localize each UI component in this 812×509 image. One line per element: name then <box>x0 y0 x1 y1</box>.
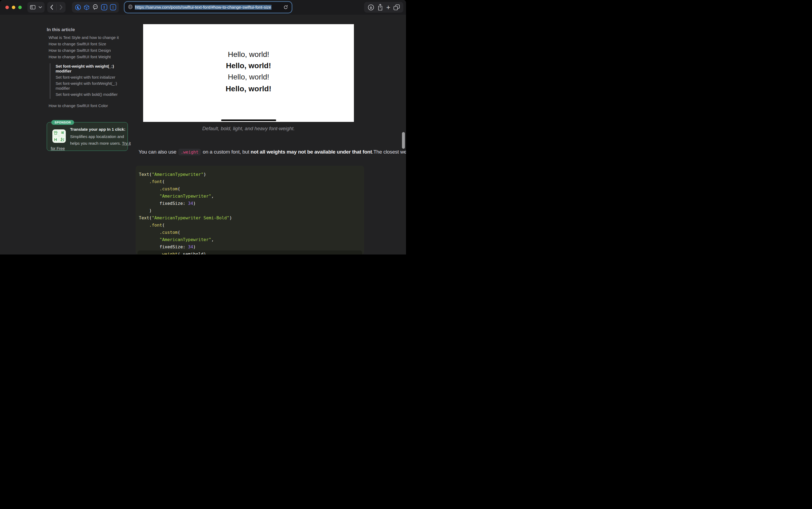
sponsor-text: Translate your app In 1 click: Simplifie… <box>70 127 125 146</box>
code-line: "AmericanTypewriter", <box>136 193 364 200</box>
zoom-window-button[interactable] <box>18 6 22 9</box>
article-paragraph: You can also use .weight on a custom fon… <box>139 148 385 156</box>
instapaper-bold-extension-icon[interactable]: I <box>101 4 107 10</box>
code-line: .custom( <box>136 229 364 236</box>
url-text[interactable]: https://sarunw.com/posts/swiftui-text-fo… <box>135 5 283 10</box>
minimize-window-button[interactable] <box>12 6 15 9</box>
code-line: .font( <box>136 178 364 185</box>
back-button[interactable] <box>50 5 53 10</box>
instapaper-light-extension-icon[interactable]: I <box>110 4 116 10</box>
toc-link[interactable]: How to change SwiftUI font Size <box>47 41 131 47</box>
code-line: Text("AmericanTypewriter Semi-Bold") <box>136 214 364 222</box>
translate-char: 안 <box>53 129 59 136</box>
sidebar-controls <box>27 2 44 12</box>
globe-icon <box>128 5 133 10</box>
toc-list: What is Text Style and how to change itH… <box>47 34 131 109</box>
toc-sub-list: Set font-weight with weight(_:) modifier… <box>50 63 131 99</box>
url-selected-text[interactable]: https://sarunw.com/posts/swiftui-text-fo… <box>135 5 271 10</box>
downloads-button[interactable] <box>368 4 374 11</box>
code-line: ) <box>136 207 364 214</box>
toc-link[interactable]: Set font-weight with fontWeight(_:) modi… <box>56 81 124 91</box>
code-line: fixedSize: 34) <box>136 243 364 250</box>
forward-button[interactable] <box>60 5 63 10</box>
inline-code: .weight <box>178 149 201 156</box>
toc-link[interactable]: How to change SwiftUI font Design <box>47 47 131 54</box>
scrollbar-thumb[interactable] <box>402 132 405 149</box>
dark-mode-extension-icon[interactable] <box>75 4 81 10</box>
sponsor-link[interactable]: for Free <box>51 146 65 151</box>
toc-link[interactable]: Set font-weight with weight(_:) modifier <box>56 64 124 74</box>
reload-icon[interactable] <box>283 5 288 10</box>
toc-link[interactable]: How to change SwiftUI font Weight <box>47 54 131 60</box>
sidebar-toggle-icon[interactable] <box>30 5 35 9</box>
code-line: .custom( <box>136 185 364 193</box>
home-indicator-bar <box>221 120 276 121</box>
sponsor-body-line: Simplifies app localization and <box>70 133 125 140</box>
hello-world-text-bold: Hello, world! <box>143 62 354 70</box>
swift-code-block: Text("AmericanTypewriter") .font( .custo… <box>136 166 364 254</box>
address-bar[interactable]: https://sarunw.com/posts/swiftui-text-fo… <box>125 2 292 12</box>
toc-heading: In this article <box>47 27 131 33</box>
code-line-highlighted: .weight(.semibold) <box>137 250 362 254</box>
extensions-group: I I <box>72 2 119 12</box>
translate-char: お <box>59 136 66 143</box>
toc-link[interactable]: What is Text Style and how to change it <box>47 34 131 41</box>
code-line: .font( <box>136 222 364 229</box>
svg-text:I: I <box>103 5 105 9</box>
tab-overview-button[interactable] <box>394 4 400 10</box>
navigation-controls <box>47 2 66 12</box>
browser-toolbar: I I https://sarunw.com/posts/swiftui-tex… <box>0 0 406 15</box>
paragraph-text: on a custom font, but <box>201 149 250 155</box>
svg-text:I: I <box>112 5 113 9</box>
toolbar-right-group: + <box>364 2 403 12</box>
toc-link[interactable]: Set font-weight with bold() modifier <box>56 92 124 97</box>
safari-window: I I https://sarunw.com/posts/swiftui-tex… <box>0 0 406 254</box>
paragraph-text: The closest weight will use as a fallbac… <box>373 149 406 155</box>
mastodon-extension-icon[interactable] <box>92 4 99 10</box>
sponsor-link[interactable]: Try it <box>122 141 131 145</box>
code-line: Text("AmericanTypewriter") <box>136 171 364 178</box>
table-of-contents: In this article What is Text Style and h… <box>47 27 131 109</box>
sponsor-badge: SPONSOR <box>51 120 74 125</box>
code-line: "AmericanTypewriter", <box>136 236 364 243</box>
bold-text: not all weights may not be available und… <box>250 149 372 155</box>
toc-link[interactable]: How to change SwiftUI font Color <box>47 103 131 109</box>
translate-char: अ <box>59 129 66 136</box>
close-window-button[interactable] <box>5 6 9 9</box>
toc-link[interactable]: Set font-weight with font initializer <box>56 75 124 80</box>
hello-world-text-light: Hello, world! <box>143 73 354 81</box>
cube-extension-icon[interactable] <box>83 4 90 10</box>
plus-icon: + <box>386 4 390 11</box>
font-weight-example-image: Hello, world!Hello, world!Hello, world!H… <box>143 24 354 122</box>
code-line: fixedSize: 34) <box>136 200 364 207</box>
share-button[interactable] <box>377 4 383 11</box>
sponsor-box: SPONSOR 안 अ H お Translate your app In 1 … <box>47 122 128 151</box>
sponsor-title: Translate your app In 1 click: <box>70 127 125 132</box>
image-caption: Default, bold, light, and heavy font-wei… <box>143 126 354 131</box>
hello-world-text-heavy: Hello, world! <box>143 85 354 93</box>
chevron-down-icon[interactable] <box>39 6 42 8</box>
translate-app-icon: 안 अ H お <box>53 129 66 143</box>
hello-world-text-regular: Hello, world! <box>143 50 354 59</box>
translate-char: H <box>53 136 59 143</box>
sponsor-body-line: helps you reach more users. Try it <box>70 140 125 146</box>
paragraph-text: You can also use <box>139 149 178 155</box>
new-tab-button[interactable]: + <box>386 4 390 11</box>
